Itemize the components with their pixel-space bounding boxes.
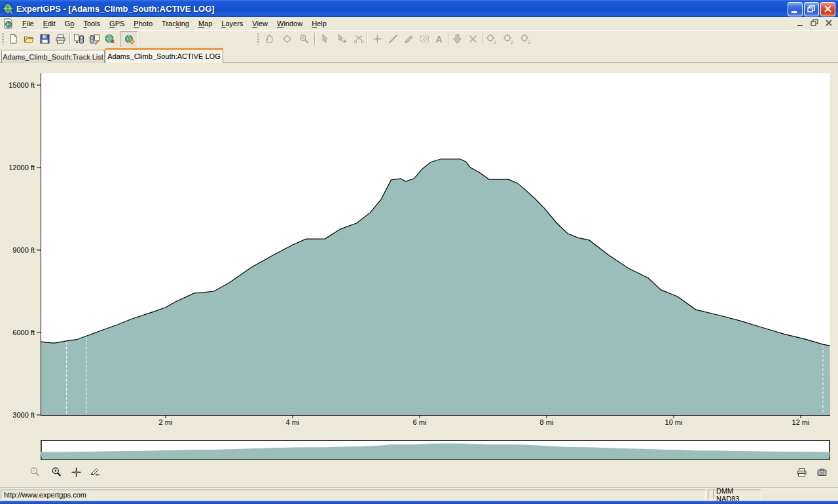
pan-hand-icon[interactable]	[264, 33, 276, 45]
tab-active-log-label: Adams_Climb_South:ACTIVE LOG	[107, 52, 220, 60]
menu-tools[interactable]: Tools	[79, 18, 105, 30]
print-icon[interactable]	[55, 33, 66, 45]
svg-text:1: 1	[494, 40, 496, 45]
close-button[interactable]	[820, 2, 835, 16]
save-file-icon[interactable]	[39, 33, 50, 45]
toolbar-separator	[482, 33, 483, 45]
x-tick-label: 8 mi	[540, 418, 554, 426]
toolbar-drag-grip[interactable]	[2, 33, 4, 45]
y-tick-label: 3000 ft	[12, 411, 35, 419]
trim-track-icon[interactable]	[354, 33, 365, 45]
menu-items: FileEditGoToolsGPSPhotoTrackingMapLayers…	[18, 20, 331, 27]
elevation-profile-plot-area[interactable]	[41, 73, 830, 415]
pinpoint-icon[interactable]	[71, 467, 82, 478]
toolbar2-drag-grip[interactable]	[257, 33, 259, 45]
window-title: ExpertGPS - [Adams_Climb_South:ACTIVE LO…	[16, 4, 215, 14]
datum-text: DMM NAD83	[716, 487, 758, 503]
mdi-restore-button[interactable]	[810, 18, 820, 27]
x-tick-label: 2 mi	[159, 418, 173, 426]
menu-tracking[interactable]: Tracking	[157, 18, 194, 30]
svg-text:A: A	[435, 34, 442, 45]
taskbar-edge-strip	[0, 501, 838, 504]
open-file-icon[interactable]	[24, 33, 35, 45]
new-text-label-icon[interactable]: A	[433, 33, 445, 45]
zoom-tool-icon[interactable]	[299, 33, 310, 45]
trim-profile-icon[interactable]	[90, 467, 102, 478]
y-tick-label: 9000 ft	[12, 246, 35, 254]
y-tick-label: 15000 ft	[9, 81, 35, 89]
tab-track-list[interactable]: Adams_Climb_South:Track List	[1, 50, 105, 63]
document-tab-bar: Adams_Climb_South:Track List Adams_Climb…	[0, 47, 838, 63]
new-waypoint-icon[interactable]	[372, 33, 383, 45]
toolbar-separator	[448, 33, 449, 45]
new-area-icon[interactable]	[419, 33, 430, 45]
download-web-map-icon[interactable]	[104, 33, 115, 45]
draw-track-icon[interactable]	[403, 33, 414, 45]
move-down-icon[interactable]	[452, 33, 463, 45]
app-globe-icon	[3, 3, 14, 14]
delete-item-icon[interactable]	[467, 33, 479, 45]
expertgps-window: ExpertGPS - [Adams_Climb_South:ACTIVE LO…	[0, 0, 838, 504]
tab-active-log[interactable]: Adams_Climb_South:ACTIVE LOG	[105, 48, 223, 63]
minimize-button[interactable]	[788, 2, 803, 16]
status-bar: http://www.expertgps.com DMM NAD83	[0, 488, 838, 501]
move-point-icon[interactable]	[337, 33, 348, 45]
camera-snapshot-icon[interactable]	[816, 467, 828, 478]
y-tick-label: 12000 ft	[9, 164, 35, 171]
menu-help[interactable]: Help	[307, 18, 331, 30]
new-route-icon[interactable]	[388, 33, 399, 45]
menu-photo[interactable]: Photo	[129, 18, 157, 30]
new-document-icon[interactable]	[8, 33, 19, 45]
x-tick-label: 10 mi	[665, 418, 683, 426]
receive-from-gps-icon[interactable]	[89, 33, 100, 45]
toolbar-separator	[314, 33, 316, 45]
mdi-minimize-button[interactable]	[795, 18, 805, 27]
menu-edit[interactable]: Edit	[39, 18, 60, 30]
menu-go[interactable]: Go	[60, 18, 79, 30]
menu-file[interactable]: File	[18, 18, 39, 30]
crosshair-3-icon[interactable]: 3	[520, 33, 531, 45]
menu-layers[interactable]: Layers	[217, 18, 247, 30]
zoom-in-icon[interactable]	[51, 467, 63, 478]
view-elevation-globe-button[interactable]	[120, 31, 138, 48]
menu-gps[interactable]: GPS	[105, 18, 129, 30]
print-profile-icon[interactable]	[796, 467, 808, 478]
menu-view[interactable]: View	[247, 18, 272, 30]
title-bar: ExpertGPS - [Adams_Climb_South:ACTIVE LO…	[0, 0, 838, 17]
center-map-icon[interactable]	[282, 33, 293, 45]
x-tick-label: 6 mi	[413, 418, 427, 426]
svg-text:2: 2	[511, 40, 513, 45]
toolbar-separator	[69, 33, 71, 45]
menu-map[interactable]: Map	[194, 18, 217, 30]
x-tick-label: 4 mi	[286, 418, 300, 426]
svg-text:3: 3	[528, 40, 530, 45]
zoom-out-icon[interactable]	[29, 467, 41, 478]
document-globe-icon	[3, 18, 14, 29]
toolbar: A123	[0, 30, 838, 48]
profile-tool-strip	[0, 460, 838, 488]
menu-bar: FileEditGoToolsGPSPhotoTrackingMapLayers…	[0, 17, 838, 30]
x-tick-label: 12 mi	[792, 418, 810, 426]
crosshair-1-icon[interactable]: 1	[486, 33, 497, 45]
send-to-gps-icon[interactable]	[73, 33, 84, 45]
datum-panel: DMM NAD83	[713, 490, 761, 499]
mdi-window-controls	[795, 18, 834, 27]
select-cursor-icon[interactable]	[319, 33, 331, 45]
crosshair-2-icon[interactable]: 2	[503, 33, 514, 45]
y-tick-label: 6000 ft	[12, 329, 35, 336]
menu-window[interactable]: Window	[272, 18, 307, 30]
mdi-close-button[interactable]	[824, 18, 834, 27]
toolbar-separator	[367, 33, 368, 45]
status-message-panel: http://www.expertgps.com	[1, 490, 706, 499]
elevation-profile-view: 3000 ft6000 ft9000 ft12000 ft15000 ft2 m…	[0, 63, 838, 488]
status-url-text: http://www.expertgps.com	[4, 491, 86, 499]
restore-button[interactable]	[804, 2, 819, 16]
tab-track-list-label: Adams_Climb_South:Track List	[3, 53, 103, 61]
